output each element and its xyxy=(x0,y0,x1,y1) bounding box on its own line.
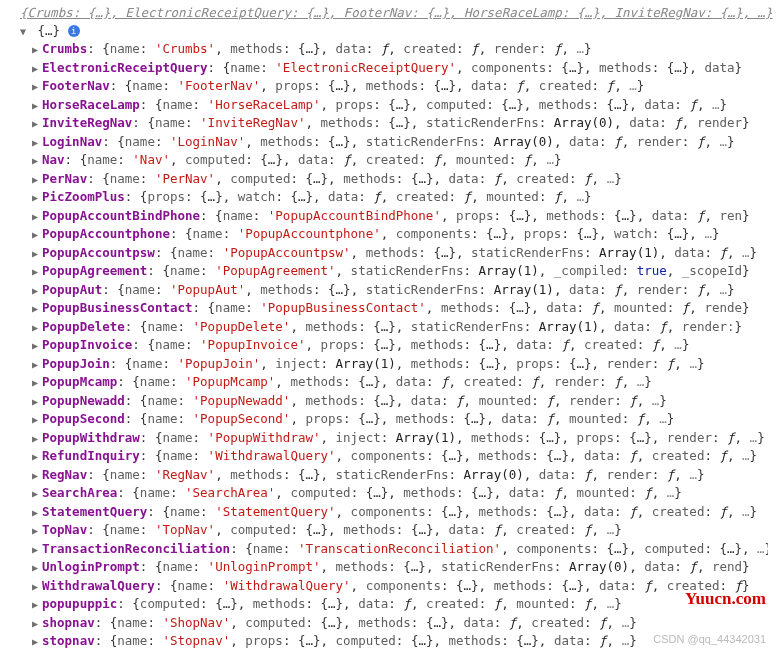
entry-key: PerNav xyxy=(42,171,87,186)
expand-arrow-icon[interactable] xyxy=(32,411,42,429)
entry-key: PopupAgreement xyxy=(42,263,147,278)
expand-arrow-icon[interactable] xyxy=(32,208,42,226)
entry-row[interactable]: PopupSecond: {name: 'PopupSecond', props… xyxy=(8,410,768,429)
entry-row[interactable]: PicZoomPlus: {props: {…}, watch: {…}, da… xyxy=(8,188,768,207)
entry-row[interactable]: TransactionReconciliation: {name: 'Trans… xyxy=(8,540,768,559)
entry-key: WithdrawalQuery xyxy=(42,578,155,593)
expand-arrow-icon[interactable] xyxy=(32,430,42,448)
expand-arrow-icon[interactable] xyxy=(32,115,42,133)
entry-row[interactable]: PopupInvoice: {name: 'PopupInvoice', pro… xyxy=(8,336,768,355)
info-icon[interactable]: i xyxy=(68,25,80,37)
entry-row[interactable]: PopupAccountphone: {name: 'PopupAccountp… xyxy=(8,225,768,244)
entry-key: PopupDelete xyxy=(42,319,125,334)
entry-row[interactable]: RegNav: {name: 'RegNav', methods: {…}, s… xyxy=(8,466,768,485)
entry-row[interactable]: PopupWithdraw: {name: 'PopupWithdraw', i… xyxy=(8,429,768,448)
expand-arrow-icon[interactable] xyxy=(32,319,42,337)
entry-row[interactable]: UnloginPrompt: {name: 'UnloginPrompt', m… xyxy=(8,558,768,577)
entry-key: InviteRegNav xyxy=(42,115,132,130)
entry-key: RegNav xyxy=(42,467,87,482)
expand-arrow-icon[interactable] xyxy=(32,541,42,559)
entry-key: PopupInvoice xyxy=(42,337,132,352)
entry-row[interactable]: Crumbs: {name: 'Crumbs', methods: {…}, d… xyxy=(8,40,768,59)
expand-arrow-icon[interactable] xyxy=(32,263,42,281)
entry-key: stopnav xyxy=(42,633,95,648)
expand-arrow-icon[interactable] xyxy=(32,448,42,466)
expand-arrow-icon[interactable] xyxy=(32,393,42,411)
expand-arrow-icon[interactable] xyxy=(32,60,42,78)
expand-arrow-icon[interactable] xyxy=(32,189,42,207)
entry-row[interactable]: PopupAccountBindPhone: {name: 'PopupAcco… xyxy=(8,207,768,226)
entry-key: ElectronicReceiptQuery xyxy=(42,60,208,75)
expand-arrow-icon[interactable] xyxy=(32,559,42,577)
expand-arrow-icon[interactable] xyxy=(32,578,42,596)
object-expanded-row[interactable]: {…} i xyxy=(8,22,768,41)
entry-key: PopupAut xyxy=(42,282,102,297)
entry-key: PopupWithdraw xyxy=(42,430,140,445)
entry-key: PopupJoin xyxy=(42,356,110,371)
brace-open: {…} xyxy=(38,23,61,38)
entry-key: SearchArea xyxy=(42,485,117,500)
entry-key: FooterNav xyxy=(42,78,110,93)
entry-row[interactable]: StatementQuery: {name: 'StatementQuery',… xyxy=(8,503,768,522)
entry-row[interactable]: PerNav: {name: 'PerNav', computed: {…}, … xyxy=(8,170,768,189)
expand-arrow-icon[interactable] xyxy=(32,97,42,115)
entry-key: PopupMcamp xyxy=(42,374,117,389)
entry-row[interactable]: FooterNav: {name: 'FooterNav', props: {…… xyxy=(8,77,768,96)
entry-row[interactable]: Nav: {name: 'Nav', computed: {…}, data: … xyxy=(8,151,768,170)
object-summary: {Crumbs: {…}, ElectronicReceiptQuery: {…… xyxy=(8,4,768,22)
expand-arrow-icon[interactable] xyxy=(32,226,42,244)
expand-arrow-icon[interactable] xyxy=(32,152,42,170)
expand-arrow-icon[interactable] xyxy=(32,300,42,318)
entry-key: PopupSecond xyxy=(42,411,125,426)
expand-arrow-icon[interactable] xyxy=(32,596,42,614)
expand-arrow-icon[interactable] xyxy=(32,337,42,355)
expand-arrow-icon[interactable] xyxy=(32,134,42,152)
expand-arrow-icon[interactable] xyxy=(32,504,42,522)
entry-row[interactable]: InviteRegNav: {name: 'InviteRegNav', met… xyxy=(8,114,768,133)
expand-arrow-icon[interactable] xyxy=(32,245,42,263)
entry-row[interactable]: shopnav: {name: 'ShopNav', computed: {…}… xyxy=(8,614,768,633)
entry-row[interactable]: PopupMcamp: {name: 'PopupMcamp', methods… xyxy=(8,373,768,392)
entry-key: TopNav xyxy=(42,522,87,537)
expand-arrow-icon[interactable] xyxy=(32,615,42,633)
entry-row[interactable]: popupuppic: {computed: {…}, methods: {…}… xyxy=(8,595,768,614)
entry-key: LoginNav xyxy=(42,134,102,149)
entry-row[interactable]: SearchArea: {name: 'SearchArea', compute… xyxy=(8,484,768,503)
entry-key: PopupNewadd xyxy=(42,393,125,408)
entry-row[interactable]: ElectronicReceiptQuery: {name: 'Electron… xyxy=(8,59,768,78)
watermark-csdn: CSDN @qq_44342031 xyxy=(653,631,766,649)
entry-row[interactable]: WithdrawalQuery: {name: 'WithdrawalQuery… xyxy=(8,577,768,596)
entry-row[interactable]: PopupBusinessContact: {name: 'PopupBusin… xyxy=(8,299,768,318)
watermark-yuucn: Yuucn.com xyxy=(685,590,766,608)
entry-key: shopnav xyxy=(42,615,95,630)
entry-key: Crumbs xyxy=(42,41,87,56)
entry-key: popupuppic xyxy=(42,596,117,611)
entry-row[interactable]: RefundInquiry: {name: 'WithdrawalQuery',… xyxy=(8,447,768,466)
entry-key: RefundInquiry xyxy=(42,448,140,463)
entry-key: PopupBusinessContact xyxy=(42,300,193,315)
entry-key: StatementQuery xyxy=(42,504,147,519)
entry-row[interactable]: PopupAut: {name: 'PopupAut', methods: {…… xyxy=(8,281,768,300)
entry-key: TransactionReconciliation xyxy=(42,541,230,556)
expand-arrow-icon[interactable] xyxy=(32,467,42,485)
expand-arrow-down-icon[interactable] xyxy=(20,23,30,41)
expand-arrow-icon[interactable] xyxy=(32,374,42,392)
entry-key: PopupAccountBindPhone xyxy=(42,208,200,223)
expand-arrow-icon[interactable] xyxy=(32,171,42,189)
entry-row[interactable]: HorseRaceLamp: {name: 'HorseRaceLamp', p… xyxy=(8,96,768,115)
entry-row[interactable]: PopupDelete: {name: 'PopupDelete', metho… xyxy=(8,318,768,337)
expand-arrow-icon[interactable] xyxy=(32,633,42,651)
expand-arrow-icon[interactable] xyxy=(32,78,42,96)
entry-row[interactable]: PopupAgreement: {name: 'PopupAgreement',… xyxy=(8,262,768,281)
entry-row[interactable]: PopupNewadd: {name: 'PopupNewadd', metho… xyxy=(8,392,768,411)
entry-row[interactable]: LoginNav: {name: 'LoginNav', methods: {…… xyxy=(8,133,768,152)
entry-row[interactable]: TopNav: {name: 'TopNav', computed: {…}, … xyxy=(8,521,768,540)
entry-key: PicZoomPlus xyxy=(42,189,125,204)
entry-row[interactable]: PopupJoin: {name: 'PopupJoin', inject: A… xyxy=(8,355,768,374)
expand-arrow-icon[interactable] xyxy=(32,522,42,540)
expand-arrow-icon[interactable] xyxy=(32,485,42,503)
entry-row[interactable]: PopupAccountpsw: {name: 'PopupAccountpsw… xyxy=(8,244,768,263)
expand-arrow-icon[interactable] xyxy=(32,356,42,374)
expand-arrow-icon[interactable] xyxy=(32,282,42,300)
expand-arrow-icon[interactable] xyxy=(32,41,42,59)
